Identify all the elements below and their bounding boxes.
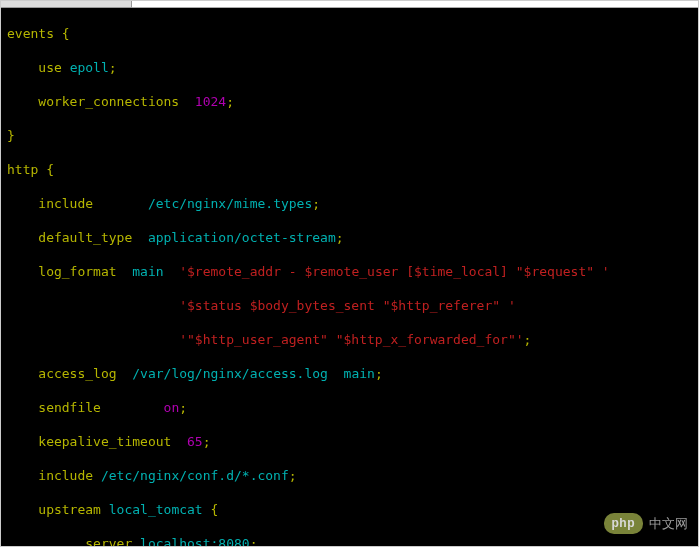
fmt-main: main	[344, 366, 375, 381]
watermark-text: 中文网	[649, 515, 688, 532]
semi: ;	[375, 366, 383, 381]
code-editor[interactable]: events { use epoll; worker_connections 1…	[1, 8, 698, 546]
semi: ;	[203, 434, 211, 449]
kw-access-log: access_log	[38, 366, 116, 381]
path-mime: /etc/nginx/mime.types	[148, 196, 312, 211]
kw-keepalive: keepalive_timeout	[38, 434, 171, 449]
watermark: php 中文网	[604, 513, 689, 534]
semi: ;	[179, 400, 187, 415]
watermark-badge: php	[604, 513, 644, 534]
semi: ;	[250, 536, 258, 546]
kw-default-type: default_type	[38, 230, 132, 245]
val-main: main	[132, 264, 163, 279]
path-confd: /etc/nginx/conf.d/*.conf	[101, 468, 289, 483]
brace: {	[211, 502, 219, 517]
tab-bar	[1, 1, 698, 8]
file-tab[interactable]	[1, 1, 132, 8]
semi: ;	[109, 60, 117, 75]
str-log2: '$status $body_bytes_sent "$http_referer…	[179, 298, 516, 313]
semi: ;	[289, 468, 297, 483]
semi: ;	[336, 230, 344, 245]
kw-upstream: upstream	[38, 502, 101, 517]
kw-use: use	[38, 60, 61, 75]
val-epoll: epoll	[70, 60, 109, 75]
kw-sendfile: sendfile	[38, 400, 101, 415]
val-default-type: application/octet-stream	[148, 230, 336, 245]
semi: ;	[524, 332, 532, 347]
semi: ;	[312, 196, 320, 211]
kw-http: http	[7, 162, 38, 177]
upstream-s1: localhost:8080	[140, 536, 250, 546]
path-access-log: /var/log/nginx/access.log	[132, 366, 328, 381]
kw-log-format: log_format	[38, 264, 116, 279]
val-worker-conn: 1024	[195, 94, 226, 109]
kw-server: server	[85, 536, 132, 546]
kw-include: include	[38, 468, 93, 483]
kw-events: events	[7, 26, 54, 41]
upstream-name: local_tomcat	[109, 502, 203, 517]
semi: ;	[226, 94, 234, 109]
val-keepalive: 65	[187, 434, 203, 449]
str-log3: '"$http_user_agent" "$http_x_forwarded_f…	[179, 332, 523, 347]
editor-window: events { use epoll; worker_connections 1…	[0, 0, 699, 547]
str-log1: '$remote_addr - $remote_user [$time_loca…	[179, 264, 609, 279]
kw-worker-conn: worker_connections	[38, 94, 179, 109]
brace: {	[46, 162, 54, 177]
brace: {	[62, 26, 70, 41]
brace: }	[7, 128, 15, 143]
val-sendfile: on	[164, 400, 180, 415]
kw-include: include	[38, 196, 93, 211]
